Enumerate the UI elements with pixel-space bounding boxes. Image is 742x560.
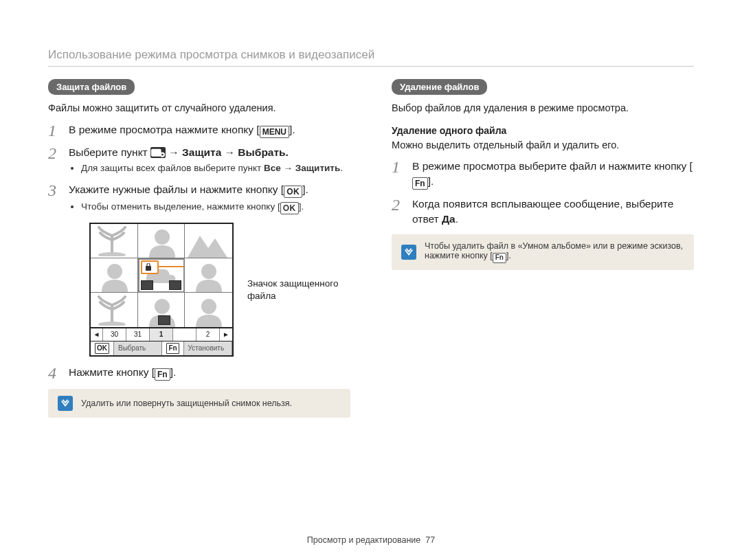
person-icon [100,262,129,292]
fn-button-icon: Fn [412,177,428,190]
step-text: ]. [289,124,295,135]
action-bar: OK Выбрать Fn Установить [91,341,232,355]
svg-point-2 [161,154,164,156]
palm-icon [95,226,129,256]
bar-fn: Fn [162,341,183,355]
protect-step-2-sub: Для защиты всех файлов выберите пункт Вс… [81,162,350,175]
sub-text: . [340,163,343,173]
protect-step-2: Выберите пункт → Защита → Выбрать. Для з… [48,145,350,176]
two-column-layout: Защита файлов Файлы можно защитить от сл… [48,79,694,418]
step-text: Нажмите кнопку [ [69,366,155,378]
sub-text: → [281,163,295,173]
thumb-cell-selected [138,258,186,293]
thumb-cell [91,258,138,293]
sub-item: Для защиты всех файлов выберите пункт Вс… [81,162,350,175]
fn-button-icon: Fn [155,368,170,381]
svg-point-4 [155,229,170,245]
svg-point-8 [98,322,126,326]
note-protect: Удалить или повернуть защищенный снимок … [48,389,350,418]
protect-badge-icon [141,260,159,274]
note-text: Удалить или повернуть защищенный снимок … [81,399,292,408]
delete-one-intro: Можно выделить отдельный файл и удалить … [392,139,694,153]
sub-text: Чтобы отменить выделение, нажмите кнопку… [81,201,280,212]
protect-steps: В режиме просмотра нажмите кнопку [MENU]… [48,122,350,381]
bar-select: Выбрать [114,341,162,355]
timeline-day: 2 [196,328,220,341]
ok-key-icon: OK [95,343,109,354]
svg-point-7 [201,264,216,279]
svg-rect-6 [146,266,151,271]
thumb-cell [185,293,232,327]
right-column: Удаление файлов Выбор файлов для удалени… [392,79,694,418]
delete-step-2: Когда появится всплывающее сообщение, вы… [392,197,694,226]
timeline-prev-icon: ◄ [91,328,103,341]
ok-button-icon: OK [280,202,299,214]
section-pill-delete: Удаление файлов [392,79,487,95]
step-text: Укажите нужные файлы и нажмите кнопку [ [69,183,284,195]
protect-illustration: ◄ 30 31 1 2 ► OK Выбрать [89,223,350,357]
person-icon [148,227,177,258]
delete-intro: Выбор файлов для удаления в режиме просм… [392,102,694,115]
settings-gear-icon [150,147,166,158]
fn-button-icon: Fn [493,253,506,263]
step-text: ]. [170,366,177,378]
note-text-part: Чтобы удалить файл в «Умном альбоме» или… [425,241,683,260]
ok-button-icon: OK [284,186,302,198]
left-column: Защита файлов Файлы можно защитить от сл… [48,79,350,418]
protect-step-1: В режиме просмотра нажмите кнопку [MENU]… [48,122,350,138]
note-delete: Чтобы удалить файл в «Умном альбоме» или… [392,234,694,270]
note-text-part: ]. [506,251,511,260]
mini-status-icon [169,280,181,290]
menu-button-icon: MENU [260,126,289,138]
svg-point-9 [155,299,170,314]
step-text: Выберите пункт [69,146,150,158]
thumbnail-grid [91,224,232,328]
thumb-cell [91,224,138,258]
sub-text: ]. [299,201,304,212]
bar-set: Установить [184,341,232,355]
protect-step-3: Укажите нужные файлы и нажмите кнопку [O… [48,182,350,357]
delete-one-subhead: Удаление одного файла [392,125,694,136]
timeline-day-active: 1 [150,328,173,341]
svg-point-5 [107,264,122,279]
svg-rect-0 [151,149,161,157]
thumb-cell [138,224,186,258]
note-info-icon [58,396,73,411]
section-pill-protect: Защита файлов [48,79,135,95]
step-text: В режиме просмотра выберите файл и нажми… [412,160,693,172]
timeline-day [173,328,196,341]
person-icon [194,262,223,292]
date-timeline: ◄ 30 31 1 2 ► [91,328,232,341]
step-text: . [456,213,458,225]
mountain-icon [188,230,227,258]
delete-steps: В режиме просмотра выберите файл и нажми… [392,159,694,226]
timeline-next-icon: ► [220,328,232,341]
step-text: ]. [302,183,308,195]
person-icon [194,297,223,327]
palm-icon [95,295,129,326]
sub-text: Для защиты всех файлов выберите пункт [81,163,264,173]
bar-ok: OK [91,341,114,355]
footer-section: Просмотр и редактирование [307,535,420,545]
sub-item: Чтобы отменить выделение, нажмите кнопку… [81,201,350,214]
thumb-cell [185,258,232,293]
page: Использование режима просмотра снимков и… [0,0,742,560]
header-rule [48,66,694,67]
mini-status-icon [158,315,170,325]
thumb-cell [91,293,138,327]
step-text-bold: → Защита → Выбрать. [166,146,289,158]
protect-step-3-sub: Чтобы отменить выделение, нажмите кнопку… [81,201,350,214]
note-info-icon [401,245,416,260]
page-footer: Просмотр и редактирование 77 [0,535,742,545]
thumbnail-screen: ◄ 30 31 1 2 ► OK Выбрать [89,223,234,357]
callout-leader-line [156,266,186,267]
page-title: Использование режима просмотра снимков и… [48,48,694,62]
mini-status-icon [141,280,153,290]
svg-point-10 [201,299,216,314]
sub-text-bold: Все [264,163,281,173]
timeline-day: 30 [103,328,126,341]
step-text: В режиме просмотра нажмите кнопку [ [69,124,260,135]
thumb-cell [185,224,232,258]
thumb-cell [138,293,186,327]
delete-step-1: В режиме просмотра выберите файл и нажми… [392,159,694,190]
